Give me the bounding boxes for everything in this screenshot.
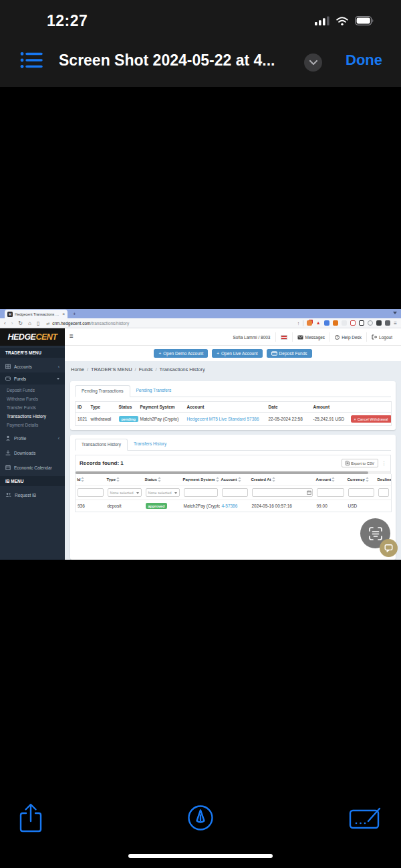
- col-id[interactable]: Id: [76, 474, 106, 485]
- sidebar-item-downloads[interactable]: Downloads: [0, 447, 65, 459]
- breadcrumb-home[interactable]: Home: [71, 366, 84, 372]
- chevron-down-icon: [57, 378, 59, 381]
- browser-tab[interactable]: H Hedgecent Transactions Hist ×: [5, 310, 68, 318]
- sidebar-subitem-transactions-history[interactable]: Transactions History: [0, 412, 65, 421]
- scrollbar-thumb[interactable]: [76, 471, 368, 474]
- filter-id-input[interactable]: [78, 488, 104, 497]
- collapse-button[interactable]: [304, 53, 322, 72]
- status-badge: approved: [146, 503, 168, 509]
- extension-icon-outline[interactable]: [359, 320, 364, 326]
- sidebar-item-funds[interactable]: Funds: [0, 372, 65, 385]
- logout-button[interactable]: Logout: [366, 332, 397, 342]
- col-account[interactable]: Account: [220, 474, 250, 485]
- forward-icon[interactable]: ›: [11, 320, 13, 326]
- plus-icon: +: [217, 351, 219, 356]
- sidebar-item-profile[interactable]: Profile ‹: [0, 432, 65, 444]
- list-icon[interactable]: [20, 50, 43, 70]
- browser-menu-icon[interactable]: ≡: [394, 320, 397, 326]
- adblock-extension-icon[interactable]: [307, 320, 312, 326]
- cancel-withdrawal-button[interactable]: × Cancel Withdrawal: [351, 415, 392, 423]
- breadcrumb-funds[interactable]: Funds: [139, 366, 153, 372]
- sidebar-subitem-deposit-funds[interactable]: Deposit Funds: [0, 386, 65, 395]
- sidebar-item-economic-calendar[interactable]: Economic Calendar: [0, 461, 65, 473]
- tab-transfers-history[interactable]: Transfers History: [128, 439, 172, 450]
- pending-transactions-table: ID Type Status Payment System Account Da…: [75, 401, 392, 426]
- crm-sidebar: TRADER'S MENU Accounts ‹ Funds: [0, 346, 65, 560]
- records-header: Records found: 1 Export to CSV ⋮: [75, 455, 391, 471]
- col-amount[interactable]: Amount: [315, 474, 346, 485]
- logo-text-cent: CENT: [35, 332, 57, 342]
- sidebar-subitem-withdraw-funds[interactable]: Withdraw Funds: [0, 395, 65, 403]
- breadcrumb-traders-menu[interactable]: TRADER'S MENU: [91, 366, 132, 372]
- chat-fab-button[interactable]: [380, 539, 398, 557]
- bookmarks-panel-icon[interactable]: ▯: [37, 320, 39, 326]
- sidebar-item-accounts[interactable]: Accounts ‹: [0, 360, 65, 372]
- horizontal-scrollbar[interactable]: [75, 471, 391, 474]
- language-selector[interactable]: [275, 332, 292, 342]
- cell-date: 22-05-2024 22:58: [267, 413, 311, 426]
- col-currency[interactable]: Currency: [346, 474, 376, 485]
- messages-button[interactable]: Messages: [292, 332, 330, 342]
- filter-account-input[interactable]: [222, 488, 248, 497]
- sidebar-subitem-transfer-funds[interactable]: Transfer Funds: [0, 403, 65, 412]
- sidebar-toggle-icon[interactable]: ≡: [70, 332, 74, 340]
- export-to-csv-button[interactable]: Export to CSV: [342, 459, 378, 467]
- extension-icon-pale[interactable]: [342, 320, 347, 326]
- share-icon[interactable]: [19, 802, 43, 833]
- profile-label: Profile: [14, 436, 55, 441]
- warning-extension-icon[interactable]: ▲: [315, 320, 321, 326]
- filter-payment-system-input[interactable]: [184, 488, 218, 497]
- breadcrumb-separator: /: [135, 366, 136, 372]
- tab-pending-transfers[interactable]: Pending Transfers: [130, 385, 178, 397]
- deposit-funds-button[interactable]: Deposit Funds: [267, 349, 312, 358]
- tab-transactions-history[interactable]: Transactions History: [75, 439, 128, 451]
- filter-amount-input[interactable]: [317, 488, 344, 497]
- col-status[interactable]: Status: [144, 474, 182, 485]
- extension-icon-red[interactable]: [350, 320, 356, 326]
- cell-payment-system: Match2Pay (Crypto): [138, 413, 185, 426]
- url-bar[interactable]: ⇄ crm.hedgecent.com/transactions/history: [46, 321, 297, 326]
- filter-type-select[interactable]: None selected: [108, 488, 142, 497]
- user-menu[interactable]: Sofia Lammi / 8003: [228, 332, 275, 342]
- open-live-account-button[interactable]: + Open Live Account: [212, 349, 262, 358]
- filter-created-at-input[interactable]: [252, 488, 313, 497]
- url-path: /transactions/history: [90, 321, 129, 326]
- help-desk-label: Help Desk: [342, 335, 362, 340]
- back-icon[interactable]: ‹: [4, 320, 6, 326]
- home-indicator[interactable]: [128, 854, 273, 858]
- done-button[interactable]: Done: [346, 51, 382, 69]
- sort-icon: [366, 477, 369, 482]
- more-options-icon[interactable]: ⋮: [382, 461, 386, 466]
- open-demo-account-button[interactable]: + Open Demo Account: [154, 349, 208, 358]
- share-page-icon[interactable]: ↑: [297, 321, 300, 326]
- sidebar-subitem-payment-details[interactable]: Payment Details: [0, 421, 65, 429]
- filter-currency-input[interactable]: [348, 488, 374, 497]
- filter-decline-input[interactable]: [378, 488, 390, 497]
- reload-icon[interactable]: ↻: [18, 320, 23, 326]
- help-desk-button[interactable]: ? Help Desk: [329, 332, 366, 342]
- col-type[interactable]: Type: [106, 474, 144, 485]
- col-decline[interactable]: Decline: [376, 474, 392, 485]
- col-type: Type: [89, 402, 117, 413]
- account-link[interactable]: 4-57386: [222, 504, 238, 508]
- col-created-at[interactable]: Created At: [250, 474, 315, 485]
- account-link[interactable]: Hedgecent MT5 Live Standard 57386: [187, 417, 259, 421]
- tab-pending-transactions[interactable]: Pending Transactions: [75, 385, 130, 397]
- export-to-csv-label: Export to CSV: [351, 461, 374, 465]
- extension-icon-blue[interactable]: [324, 320, 329, 326]
- tab-list-chevron-icon[interactable]: [393, 312, 397, 316]
- new-tab-button[interactable]: +: [73, 310, 76, 318]
- home-icon[interactable]: ⌂: [28, 320, 31, 326]
- markup-pen-icon[interactable]: [186, 804, 215, 832]
- site-info-icon[interactable]: ⇄: [46, 321, 49, 326]
- extension-icon-gray[interactable]: [385, 320, 390, 326]
- extension-icon-circle[interactable]: [368, 320, 373, 326]
- extension-icon-dark[interactable]: [376, 320, 382, 326]
- signature-icon[interactable]: [349, 805, 382, 832]
- metamask-extension-icon[interactable]: [333, 320, 338, 326]
- col-payment-system[interactable]: Payment System: [182, 474, 220, 485]
- filter-status-select[interactable]: None selected: [146, 488, 180, 497]
- sidebar-item-request-ib[interactable]: Request IB: [0, 489, 65, 501]
- tab-close-icon[interactable]: ×: [62, 312, 65, 316]
- funds-label: Funds: [14, 376, 53, 381]
